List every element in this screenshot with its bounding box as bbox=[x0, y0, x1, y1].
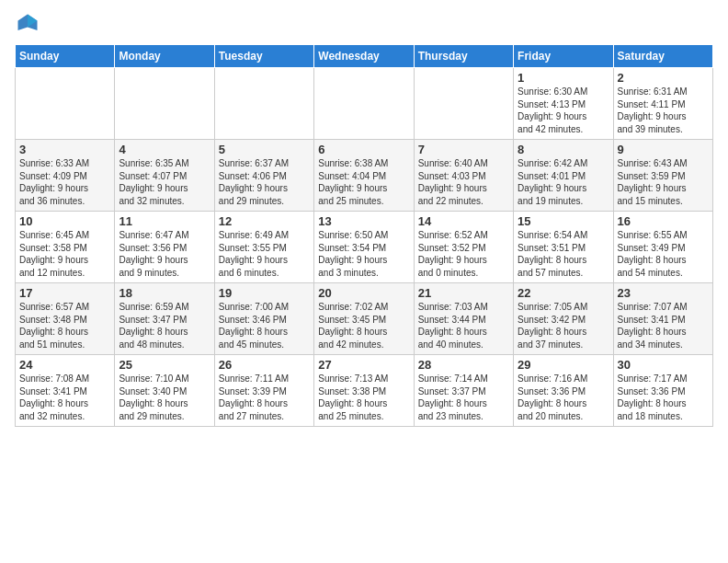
week-row-2: 3Sunrise: 6:33 AMSunset: 4:09 PMDaylight… bbox=[16, 140, 713, 212]
day-info: Sunrise: 7:16 AMSunset: 3:36 PMDaylight:… bbox=[518, 373, 609, 422]
day-info: Sunrise: 6:47 AMSunset: 3:56 PMDaylight:… bbox=[119, 229, 210, 279]
day-number: 21 bbox=[418, 286, 509, 300]
day-number: 19 bbox=[219, 286, 310, 300]
day-header-monday: Monday bbox=[115, 45, 214, 68]
day-info: Sunrise: 7:00 AMSunset: 3:46 PMDaylight:… bbox=[219, 301, 310, 350]
day-info: Sunrise: 6:55 AMSunset: 3:49 PMDaylight:… bbox=[618, 229, 709, 279]
day-number: 1 bbox=[518, 71, 609, 85]
day-cell bbox=[115, 68, 214, 140]
day-number: 13 bbox=[318, 214, 409, 228]
day-number: 17 bbox=[19, 286, 110, 300]
day-number: 29 bbox=[518, 358, 609, 372]
day-cell: 1Sunrise: 6:30 AMSunset: 4:13 PMDaylight… bbox=[514, 68, 613, 140]
day-number: 27 bbox=[318, 358, 409, 372]
day-number: 8 bbox=[518, 143, 609, 156]
day-info: Sunrise: 7:03 AMSunset: 3:44 PMDaylight:… bbox=[418, 301, 509, 350]
day-cell: 17Sunrise: 6:57 AMSunset: 3:48 PMDayligh… bbox=[16, 283, 115, 355]
calendar-body: 1Sunrise: 6:30 AMSunset: 4:13 PMDaylight… bbox=[16, 68, 713, 427]
day-header-wednesday: Wednesday bbox=[314, 45, 414, 68]
day-info: Sunrise: 6:43 AMSunset: 3:59 PMDaylight:… bbox=[618, 157, 709, 207]
day-cell bbox=[16, 68, 115, 140]
logo bbox=[15, 11, 44, 37]
day-cell: 8Sunrise: 6:42 AMSunset: 4:01 PMDaylight… bbox=[514, 140, 613, 212]
day-cell: 7Sunrise: 6:40 AMSunset: 4:03 PMDaylight… bbox=[414, 140, 513, 212]
day-info: Sunrise: 7:14 AMSunset: 3:37 PMDaylight:… bbox=[418, 373, 509, 422]
calendar-table: SundayMondayTuesdayWednesdayThursdayFrid… bbox=[15, 44, 713, 427]
day-cell: 2Sunrise: 6:31 AMSunset: 4:11 PMDaylight… bbox=[613, 68, 712, 140]
day-number: 2 bbox=[618, 71, 709, 85]
day-info: Sunrise: 6:38 AMSunset: 4:04 PMDaylight:… bbox=[318, 157, 409, 207]
day-number: 22 bbox=[518, 286, 609, 300]
day-cell: 13Sunrise: 6:50 AMSunset: 3:54 PMDayligh… bbox=[314, 212, 414, 283]
day-number: 7 bbox=[418, 143, 509, 156]
day-cell: 15Sunrise: 6:54 AMSunset: 3:51 PMDayligh… bbox=[514, 212, 613, 283]
day-cell: 18Sunrise: 6:59 AMSunset: 3:47 PMDayligh… bbox=[115, 283, 214, 355]
logo-icon bbox=[15, 11, 40, 37]
day-number: 11 bbox=[119, 214, 210, 228]
day-info: Sunrise: 6:37 AMSunset: 4:06 PMDaylight:… bbox=[219, 157, 310, 207]
day-cell bbox=[214, 68, 313, 140]
day-info: Sunrise: 6:33 AMSunset: 4:09 PMDaylight:… bbox=[19, 157, 110, 207]
day-cell: 3Sunrise: 6:33 AMSunset: 4:09 PMDaylight… bbox=[16, 140, 115, 212]
day-number: 9 bbox=[618, 143, 709, 156]
day-info: Sunrise: 6:50 AMSunset: 3:54 PMDaylight:… bbox=[318, 229, 409, 279]
day-cell: 29Sunrise: 7:16 AMSunset: 3:36 PMDayligh… bbox=[514, 355, 613, 427]
header bbox=[15, 11, 713, 37]
day-header-friday: Friday bbox=[514, 45, 613, 68]
day-info: Sunrise: 6:57 AMSunset: 3:48 PMDaylight:… bbox=[19, 301, 110, 350]
day-info: Sunrise: 6:31 AMSunset: 4:11 PMDaylight:… bbox=[618, 86, 709, 135]
days-row: SundayMondayTuesdayWednesdayThursdayFrid… bbox=[16, 45, 713, 68]
day-cell: 21Sunrise: 7:03 AMSunset: 3:44 PMDayligh… bbox=[414, 283, 513, 355]
day-number: 25 bbox=[119, 358, 210, 372]
day-info: Sunrise: 7:17 AMSunset: 3:36 PMDaylight:… bbox=[618, 373, 709, 422]
day-info: Sunrise: 7:07 AMSunset: 3:41 PMDaylight:… bbox=[618, 301, 709, 350]
day-info: Sunrise: 6:40 AMSunset: 4:03 PMDaylight:… bbox=[418, 157, 509, 207]
day-number: 6 bbox=[318, 143, 409, 156]
day-cell: 24Sunrise: 7:08 AMSunset: 3:41 PMDayligh… bbox=[16, 355, 115, 427]
day-info: Sunrise: 6:59 AMSunset: 3:47 PMDaylight:… bbox=[119, 301, 210, 350]
day-header-sunday: Sunday bbox=[16, 45, 115, 68]
day-cell: 26Sunrise: 7:11 AMSunset: 3:39 PMDayligh… bbox=[214, 355, 313, 427]
day-cell: 28Sunrise: 7:14 AMSunset: 3:37 PMDayligh… bbox=[414, 355, 513, 427]
day-number: 12 bbox=[219, 214, 310, 228]
day-number: 30 bbox=[618, 358, 709, 372]
day-cell: 4Sunrise: 6:35 AMSunset: 4:07 PMDaylight… bbox=[115, 140, 214, 212]
week-row-1: 1Sunrise: 6:30 AMSunset: 4:13 PMDaylight… bbox=[16, 68, 713, 140]
week-row-4: 17Sunrise: 6:57 AMSunset: 3:48 PMDayligh… bbox=[16, 283, 713, 355]
day-cell: 9Sunrise: 6:43 AMSunset: 3:59 PMDaylight… bbox=[613, 140, 712, 212]
week-row-5: 24Sunrise: 7:08 AMSunset: 3:41 PMDayligh… bbox=[16, 355, 713, 427]
day-cell: 11Sunrise: 6:47 AMSunset: 3:56 PMDayligh… bbox=[115, 212, 214, 283]
day-info: Sunrise: 6:35 AMSunset: 4:07 PMDaylight:… bbox=[119, 157, 210, 207]
day-cell: 20Sunrise: 7:02 AMSunset: 3:45 PMDayligh… bbox=[314, 283, 414, 355]
day-number: 24 bbox=[19, 358, 110, 372]
day-info: Sunrise: 6:49 AMSunset: 3:55 PMDaylight:… bbox=[219, 229, 310, 279]
day-cell: 19Sunrise: 7:00 AMSunset: 3:46 PMDayligh… bbox=[214, 283, 313, 355]
day-number: 14 bbox=[418, 214, 509, 228]
day-cell: 14Sunrise: 6:52 AMSunset: 3:52 PMDayligh… bbox=[414, 212, 513, 283]
day-number: 23 bbox=[618, 286, 709, 300]
day-cell bbox=[314, 68, 414, 140]
day-cell: 25Sunrise: 7:10 AMSunset: 3:40 PMDayligh… bbox=[115, 355, 214, 427]
day-cell: 10Sunrise: 6:45 AMSunset: 3:58 PMDayligh… bbox=[16, 212, 115, 283]
day-info: Sunrise: 6:54 AMSunset: 3:51 PMDaylight:… bbox=[518, 229, 609, 279]
day-number: 18 bbox=[119, 286, 210, 300]
day-info: Sunrise: 6:52 AMSunset: 3:52 PMDaylight:… bbox=[418, 229, 509, 279]
day-header-saturday: Saturday bbox=[613, 45, 712, 68]
day-info: Sunrise: 7:13 AMSunset: 3:38 PMDaylight:… bbox=[318, 373, 409, 422]
day-cell: 12Sunrise: 6:49 AMSunset: 3:55 PMDayligh… bbox=[214, 212, 313, 283]
day-info: Sunrise: 6:45 AMSunset: 3:58 PMDaylight:… bbox=[19, 229, 110, 279]
day-info: Sunrise: 7:08 AMSunset: 3:41 PMDaylight:… bbox=[19, 373, 110, 422]
week-row-3: 10Sunrise: 6:45 AMSunset: 3:58 PMDayligh… bbox=[16, 212, 713, 283]
day-info: Sunrise: 7:11 AMSunset: 3:39 PMDaylight:… bbox=[219, 373, 310, 422]
day-number: 10 bbox=[19, 214, 110, 228]
day-info: Sunrise: 6:30 AMSunset: 4:13 PMDaylight:… bbox=[518, 86, 609, 135]
day-header-thursday: Thursday bbox=[414, 45, 513, 68]
day-cell: 27Sunrise: 7:13 AMSunset: 3:38 PMDayligh… bbox=[314, 355, 414, 427]
day-info: Sunrise: 7:05 AMSunset: 3:42 PMDaylight:… bbox=[518, 301, 609, 350]
day-number: 15 bbox=[518, 214, 609, 228]
day-number: 26 bbox=[219, 358, 310, 372]
day-info: Sunrise: 7:02 AMSunset: 3:45 PMDaylight:… bbox=[318, 301, 409, 350]
day-number: 28 bbox=[418, 358, 509, 372]
day-number: 20 bbox=[318, 286, 409, 300]
day-cell bbox=[414, 68, 513, 140]
